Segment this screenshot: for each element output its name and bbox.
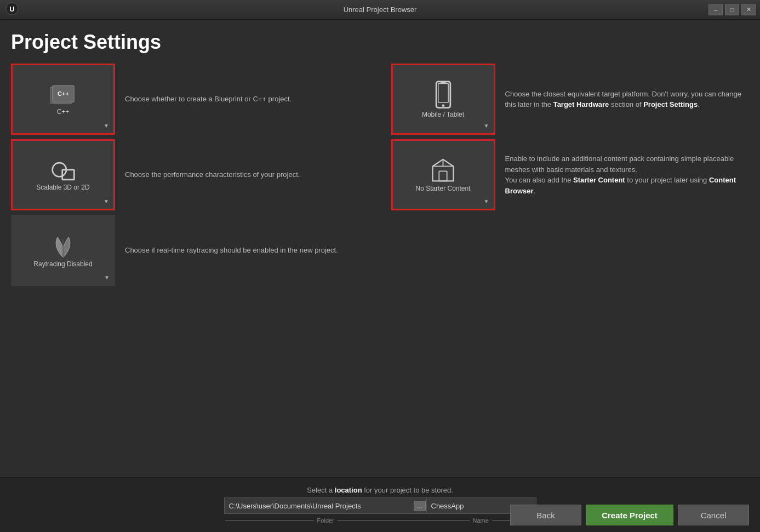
starter-dropdown-icon[interactable]: ▼ — [484, 198, 489, 204]
ue-logo: U — [5, 2, 19, 18]
raytracing-label: Raytracing Disabled — [33, 260, 92, 268]
maximize-button[interactable]: □ — [725, 4, 739, 15]
folder-input-wrap: ... — [224, 497, 427, 514]
folder-name-labels: Folder Name — [224, 517, 536, 524]
mobile-tile[interactable]: Mobile / Tablet ▼ — [391, 64, 495, 135]
starter-setting-row: No Starter Content ▼ Enable to include a… — [391, 139, 750, 210]
svg-rect-9 — [438, 83, 448, 102]
mobile-label: Mobile / Tablet — [422, 111, 464, 118]
window-title: Unreal Project Browser — [344, 5, 417, 14]
scalable-description: Choose the performance characteristics o… — [125, 169, 369, 180]
raytracing-dropdown-icon[interactable]: ▼ — [104, 274, 110, 281]
cpp-label: C++ — [57, 108, 70, 116]
starter-icon — [431, 157, 455, 185]
main-content: Project Settings C++ C++ ▼ Choose whethe… — [0, 20, 760, 477]
input-row: ... — [224, 497, 536, 514]
raytracing-description: Choose if real-time raytracing should be… — [125, 245, 369, 256]
window-controls: – □ ✕ — [708, 4, 756, 15]
raytracing-icon — [49, 233, 77, 260]
mobile-setting-row: Mobile / Tablet ▼ Choose the closest equ… — [391, 64, 750, 135]
folder-input[interactable] — [224, 497, 427, 514]
bottom-buttons: Back Create Project Cancel — [510, 505, 749, 525]
cancel-button[interactable]: Cancel — [678, 505, 749, 525]
cpp-tile[interactable]: C++ C++ ▼ — [11, 64, 115, 135]
starter-description: Enable to include an additional content … — [505, 153, 750, 196]
raytracing-setting-row: Raytracing Disabled ▼ Choose if real-tim… — [11, 215, 369, 286]
create-project-button[interactable]: Create Project — [586, 505, 673, 525]
cpp-icon: C++ — [48, 83, 78, 108]
scalable-icon — [48, 159, 78, 184]
settings-columns: C++ C++ ▼ Choose whether to create a Blu… — [11, 64, 749, 290]
svg-rect-15 — [439, 171, 447, 181]
folder-label: Folder — [317, 517, 334, 524]
bottom-bar: Select a location for your project to be… — [0, 477, 760, 532]
cpp-description: Choose whether to create a Blueprint or … — [125, 94, 369, 105]
svg-point-10 — [442, 104, 444, 107]
raytracing-tile[interactable]: Raytracing Disabled ▼ — [11, 215, 115, 286]
mobile-description: Choose the closest equivalent target pla… — [505, 89, 750, 110]
name-label: Name — [473, 517, 489, 524]
close-button[interactable]: ✕ — [741, 4, 756, 15]
cpp-dropdown-icon[interactable]: ▼ — [104, 123, 109, 129]
svg-text:U: U — [9, 5, 14, 13]
starter-label: No Starter Content — [415, 185, 470, 192]
back-button[interactable]: Back — [510, 505, 581, 525]
starter-tile[interactable]: No Starter Content ▼ — [391, 139, 495, 210]
svg-text:C++: C++ — [58, 90, 69, 97]
location-label: Select a location for your project to be… — [307, 486, 453, 494]
scalable-label: Scalable 3D or 2D — [36, 184, 89, 191]
scalable-setting-row: Scalable 3D or 2D ▼ Choose the performan… — [11, 139, 369, 210]
title-bar: U Unreal Project Browser – □ ✕ — [0, 0, 760, 20]
mobile-icon — [432, 81, 454, 111]
page-title: Project Settings — [11, 31, 749, 54]
cpp-setting-row: C++ C++ ▼ Choose whether to create a Blu… — [11, 64, 369, 135]
settings-right: Mobile / Tablet ▼ Choose the closest equ… — [391, 64, 750, 290]
scalable-dropdown-icon[interactable]: ▼ — [104, 198, 109, 204]
mobile-dropdown-icon[interactable]: ▼ — [484, 123, 489, 129]
scalable-tile[interactable]: Scalable 3D or 2D ▼ — [11, 139, 115, 210]
settings-left: C++ C++ ▼ Choose whether to create a Blu… — [11, 64, 391, 290]
minimize-button[interactable]: – — [708, 4, 723, 15]
folder-ellipsis-button[interactable]: ... — [414, 501, 425, 511]
